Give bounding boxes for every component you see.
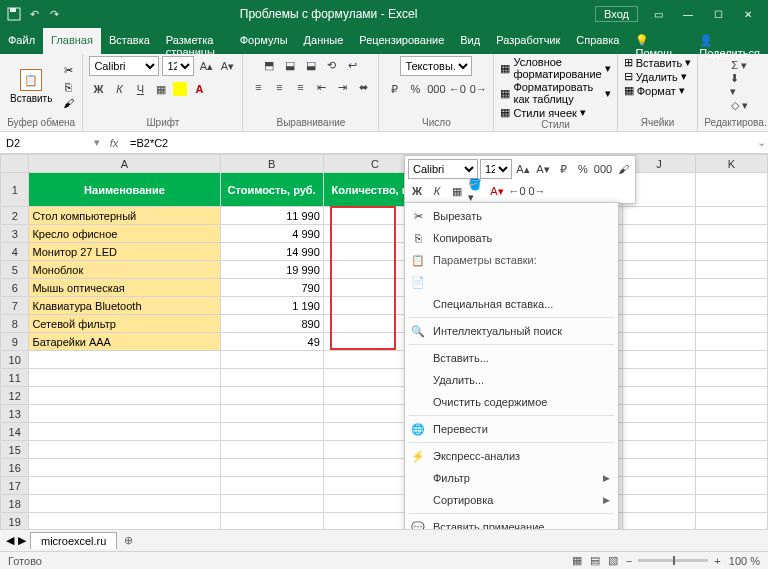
login-button[interactable]: Вход bbox=[595, 6, 638, 22]
row-header[interactable]: 13 bbox=[1, 405, 29, 423]
cell[interactable] bbox=[623, 297, 695, 315]
format-painter-icon[interactable]: 🖌 bbox=[60, 96, 76, 110]
cell-styles-button[interactable]: ▦Стили ячеек ▾ bbox=[500, 106, 585, 119]
cell[interactable]: 890 bbox=[220, 315, 323, 333]
row-header[interactable]: 6 bbox=[1, 279, 29, 297]
row-header[interactable]: 10 bbox=[1, 351, 29, 369]
redo-icon[interactable]: ↷ bbox=[46, 6, 62, 22]
row-header[interactable]: 9 bbox=[1, 333, 29, 351]
col-header[interactable]: A bbox=[29, 155, 220, 173]
paste-button[interactable]: 📋 Вставить bbox=[6, 67, 56, 106]
indent-left-icon[interactable]: ⇤ bbox=[312, 78, 330, 96]
row-header[interactable]: 12 bbox=[1, 387, 29, 405]
fill-color-icon[interactable] bbox=[173, 82, 187, 96]
cell[interactable]: Клавиатура Bluetooth bbox=[29, 297, 220, 315]
percent-icon[interactable]: % bbox=[574, 160, 592, 178]
cell[interactable]: Монитор 27 LED bbox=[29, 243, 220, 261]
cell[interactable] bbox=[220, 441, 323, 459]
cell[interactable] bbox=[29, 351, 220, 369]
cell[interactable] bbox=[695, 495, 767, 513]
increase-font-icon[interactable]: A▴ bbox=[197, 57, 215, 75]
fx-icon[interactable]: fx bbox=[104, 137, 124, 149]
font-color-icon[interactable]: A▾ bbox=[488, 182, 506, 200]
comma-icon[interactable]: 000 bbox=[427, 80, 445, 98]
italic-button[interactable]: К bbox=[110, 80, 128, 98]
cell[interactable] bbox=[623, 423, 695, 441]
decrease-decimal-icon[interactable]: 0→ bbox=[469, 80, 487, 98]
merge-icon[interactable]: ⬌ bbox=[354, 78, 372, 96]
font-size-select[interactable]: 12 bbox=[162, 56, 194, 76]
comma-icon[interactable]: 000 bbox=[594, 160, 612, 178]
cell[interactable] bbox=[220, 477, 323, 495]
row-header[interactable]: 3 bbox=[1, 225, 29, 243]
cell[interactable] bbox=[29, 513, 220, 531]
cell[interactable]: Стоимость, руб. bbox=[220, 173, 323, 207]
tell-me[interactable]: 💡 Помощ… bbox=[627, 28, 691, 54]
ctx-smart-lookup[interactable]: 🔍Интеллектуальный поиск bbox=[405, 320, 618, 342]
cell[interactable]: 49 bbox=[220, 333, 323, 351]
fill-icon[interactable]: ⬇ ▾ bbox=[730, 76, 748, 94]
cell[interactable] bbox=[623, 513, 695, 531]
sheet-tab[interactable]: microexcel.ru bbox=[30, 532, 117, 549]
align-middle-icon[interactable]: ⬓ bbox=[281, 56, 299, 74]
format-painter-icon[interactable]: 🖌 bbox=[614, 160, 632, 178]
cell[interactable] bbox=[220, 423, 323, 441]
border-icon[interactable]: ▦ bbox=[448, 182, 466, 200]
decrease-font-icon[interactable]: A▾ bbox=[534, 160, 552, 178]
cell[interactable] bbox=[623, 315, 695, 333]
zoom-out-icon[interactable]: − bbox=[626, 555, 632, 567]
view-pagebreak-icon[interactable]: ▧ bbox=[608, 554, 618, 567]
cell[interactable] bbox=[29, 495, 220, 513]
cell[interactable] bbox=[623, 243, 695, 261]
worksheet-grid[interactable]: A B C D E I J K 1 Наименование Стоимость… bbox=[0, 154, 768, 534]
cell[interactable] bbox=[695, 405, 767, 423]
row-header[interactable]: 17 bbox=[1, 477, 29, 495]
tab-developer[interactable]: Разработчик bbox=[488, 28, 568, 54]
col-header[interactable]: K bbox=[695, 155, 767, 173]
zoom-control[interactable]: − + bbox=[626, 555, 721, 567]
name-box-dropdown-icon[interactable]: ▾ bbox=[90, 136, 104, 149]
increase-decimal-icon[interactable]: 0→ bbox=[528, 182, 546, 200]
increase-font-icon[interactable]: A▴ bbox=[514, 160, 532, 178]
cell[interactable]: 4 990 bbox=[220, 225, 323, 243]
cell[interactable] bbox=[695, 369, 767, 387]
maximize-icon[interactable]: ☐ bbox=[704, 4, 732, 24]
cell[interactable] bbox=[220, 513, 323, 531]
zoom-slider[interactable] bbox=[638, 559, 708, 562]
currency-icon[interactable]: ₽ bbox=[554, 160, 572, 178]
tab-insert[interactable]: Вставка bbox=[101, 28, 158, 54]
align-right-icon[interactable]: ≡ bbox=[291, 78, 309, 96]
tab-formulas[interactable]: Формулы bbox=[232, 28, 296, 54]
cell[interactable] bbox=[695, 225, 767, 243]
tab-help[interactable]: Справка bbox=[568, 28, 627, 54]
save-icon[interactable] bbox=[6, 6, 22, 22]
cell[interactable] bbox=[695, 387, 767, 405]
align-left-icon[interactable]: ≡ bbox=[249, 78, 267, 96]
delete-cells-button[interactable]: ⊟Удалить ▾ bbox=[624, 70, 687, 83]
cell[interactable] bbox=[29, 423, 220, 441]
cell[interactable] bbox=[695, 261, 767, 279]
cell[interactable] bbox=[623, 333, 695, 351]
cell[interactable] bbox=[695, 173, 767, 207]
format-cells-button[interactable]: ▦Формат ▾ bbox=[624, 84, 685, 97]
bold-button[interactable]: Ж bbox=[408, 182, 426, 200]
undo-icon[interactable]: ↶ bbox=[26, 6, 42, 22]
cell[interactable] bbox=[29, 441, 220, 459]
cell[interactable]: Моноблок bbox=[29, 261, 220, 279]
cell[interactable] bbox=[623, 261, 695, 279]
insert-cells-button[interactable]: ⊞Вставить ▾ bbox=[624, 56, 692, 69]
row-header[interactable]: 4 bbox=[1, 243, 29, 261]
cut-icon[interactable]: ✂ bbox=[60, 64, 76, 78]
cell[interactable] bbox=[695, 279, 767, 297]
cell[interactable] bbox=[29, 369, 220, 387]
cell[interactable] bbox=[623, 351, 695, 369]
select-all-corner[interactable] bbox=[1, 155, 29, 173]
sheet-nav-next-icon[interactable]: ▶ bbox=[18, 534, 26, 547]
currency-icon[interactable]: ₽ bbox=[385, 80, 403, 98]
cell[interactable] bbox=[695, 351, 767, 369]
view-layout-icon[interactable]: ▤ bbox=[590, 554, 600, 567]
indent-right-icon[interactable]: ⇥ bbox=[333, 78, 351, 96]
cell[interactable] bbox=[623, 369, 695, 387]
cell[interactable] bbox=[220, 405, 323, 423]
ctx-filter[interactable]: Фильтр▶ bbox=[405, 467, 618, 489]
